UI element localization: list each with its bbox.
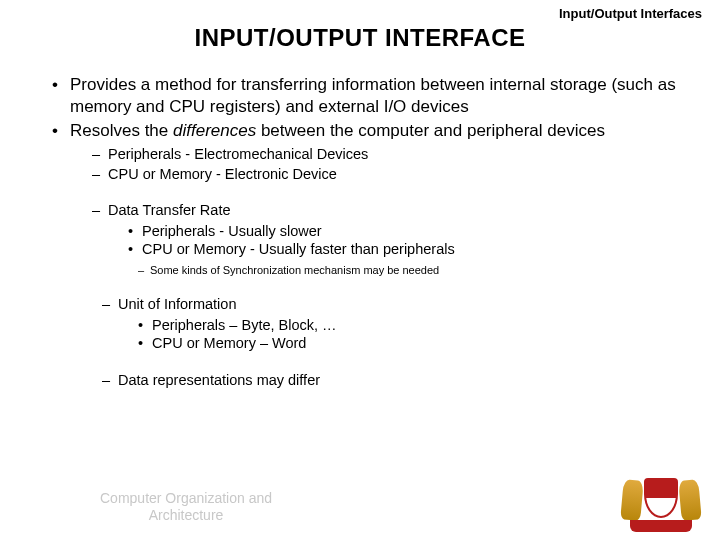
bullet-2: Resolves the differences between the com…	[52, 120, 696, 390]
rate-peripherals: Peripherals - Usually slower	[128, 222, 696, 241]
unit-cpu: CPU or Memory – Word	[138, 334, 696, 353]
sync-note: Some kinds of Synchronization mechanism …	[138, 263, 696, 277]
bullet-2-em: differences	[173, 121, 256, 140]
unit-peripherals: Peripherals – Byte, Block, …	[138, 316, 696, 335]
bullet-1: Provides a method for transferring infor…	[52, 74, 696, 118]
footer-text: Computer Organization and Architecture	[96, 490, 276, 524]
sub-data-rate-label: Data Transfer Rate	[108, 202, 231, 218]
slide-title: INPUT/OUTPUT INTERFACE	[0, 24, 720, 52]
footer-line-2: Architecture	[96, 507, 276, 524]
sub-data-repr: Data representations may differ	[102, 371, 696, 390]
crest-logo-icon	[620, 472, 702, 532]
sub-cpu-device: CPU or Memory - Electronic Device	[92, 165, 696, 184]
rate-cpu: CPU or Memory - Usually faster than peri…	[128, 240, 696, 259]
bullet-2-pre: Resolves the	[70, 121, 173, 140]
sub-peripherals-device: Peripherals - Electromechanical Devices	[92, 145, 696, 164]
sub-data-rate: Data Transfer Rate Peripherals - Usually…	[92, 201, 696, 277]
sub-unit-info-label: Unit of Information	[118, 296, 236, 312]
footer-line-1: Computer Organization and	[96, 490, 276, 507]
header-label: Input/Output Interfaces	[559, 6, 702, 21]
slide-body: Provides a method for transferring infor…	[0, 74, 720, 389]
bullet-2-post: between the computer and peripheral devi…	[256, 121, 605, 140]
sub-unit-info: Unit of Information Peripherals – Byte, …	[102, 295, 696, 353]
